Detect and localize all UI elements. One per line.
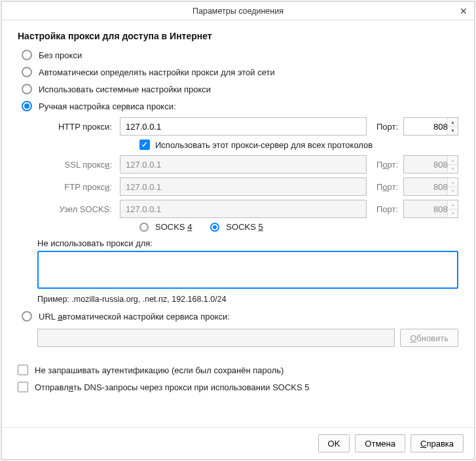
- http-label: HTTP прокси:: [37, 122, 115, 132]
- spin-up-icon: ▲: [448, 156, 458, 165]
- ftp-port-label: Порт:: [372, 182, 398, 192]
- section-heading: Настройка прокси для доступа в Интернет: [18, 31, 458, 41]
- spin-down-icon: ▼: [448, 187, 458, 196]
- no-auth-label: Не запрашивать аутентификацию (если был …: [35, 365, 284, 375]
- radio-icon: [22, 67, 32, 77]
- manual-proxy-grid: HTTP прокси: Порт: ▲ ▼ Использовать этот…: [37, 117, 458, 232]
- socks4-label: SOCKS 4: [155, 222, 192, 232]
- spin-up-icon: ▲: [448, 178, 458, 187]
- titlebar: Параметры соединения ✕: [2, 2, 474, 20]
- spin-down-icon: ▼: [448, 210, 458, 218]
- radio-auto-detect[interactable]: Автоматически определять настройки прокс…: [18, 64, 458, 81]
- ssl-proxy-row: SSL прокси: Порт: ▲ ▼: [37, 155, 458, 174]
- use-for-all-checkbox[interactable]: [139, 139, 150, 150]
- socks-port-label: Порт:: [372, 204, 398, 214]
- radio-socks4[interactable]: [139, 223, 149, 232]
- no-proxy-for-label: Не использовать прокси для:: [37, 238, 458, 248]
- port-spinner[interactable]: ▲ ▼: [447, 118, 458, 135]
- ssl-label: SSL прокси:: [37, 160, 115, 170]
- no-auth-prompt-row[interactable]: Не запрашивать аутентификацию (если был …: [18, 361, 458, 378]
- dns-socks5-label: Отправлять DNS-запросы через прокси при …: [35, 382, 309, 392]
- port-spinner: ▲ ▼: [447, 178, 458, 195]
- spin-up-icon: ▲: [448, 200, 458, 210]
- dialog-content: Настройка прокси для доступа в Интернет …: [2, 20, 474, 427]
- radio-socks5[interactable]: [210, 223, 219, 232]
- port-spinner: ▲ ▼: [447, 200, 458, 217]
- http-host-input[interactable]: [120, 117, 367, 136]
- use-for-all-label: Использовать этот прокси-сервер для всех…: [155, 140, 373, 150]
- use-for-all-row[interactable]: Использовать этот прокси-сервер для всех…: [139, 139, 458, 150]
- radio-no-proxy[interactable]: Без прокси: [18, 46, 458, 64]
- spin-down-icon: ▼: [448, 165, 458, 174]
- radio-icon: [22, 50, 32, 60]
- dns-socks5-checkbox[interactable]: [18, 382, 28, 392]
- ftp-label: FTP прокси:: [37, 182, 115, 192]
- spin-down-icon[interactable]: ▼: [448, 127, 458, 136]
- socks5-label: SOCKS 5: [226, 222, 263, 232]
- socks-label: Узел SOCKS:: [37, 204, 115, 214]
- port-spinner: ▲ ▼: [447, 156, 458, 173]
- http-port-label: Порт:: [372, 122, 398, 132]
- cancel-button[interactable]: Отмена: [355, 434, 405, 452]
- socks-host-input: [120, 200, 367, 218]
- dns-over-socks5-row[interactable]: Отправлять DNS-запросы через прокси при …: [18, 378, 458, 396]
- dialog-title: Параметры соединения: [192, 7, 284, 16]
- radio-system-proxy[interactable]: Использовать системные настройки прокси: [18, 81, 458, 98]
- auto-config-url-input: [37, 329, 395, 347]
- radio-label: Ручная настройка сервиса прокси:: [39, 101, 176, 111]
- ok-button[interactable]: OK: [318, 434, 350, 452]
- http-proxy-row: HTTP прокси: Порт: ▲ ▼: [37, 117, 458, 136]
- connection-settings-dialog: Параметры соединения ✕ Настройка прокси …: [1, 1, 475, 460]
- no-proxy-example: Пример: .mozilla-russia.org, .net.nz, 19…: [37, 295, 458, 304]
- ssl-port-label: Порт:: [372, 160, 398, 170]
- radio-icon: [22, 101, 32, 111]
- radio-icon: [22, 84, 32, 94]
- ftp-proxy-row: FTP прокси: Порт: ▲ ▼: [37, 177, 458, 196]
- auto-url-row: Обновить: [37, 329, 458, 347]
- ftp-host-input: [120, 177, 367, 196]
- help-button[interactable]: Справка: [411, 434, 464, 452]
- socks-version-row: SOCKS 4 SOCKS 5: [139, 222, 458, 232]
- dialog-footer: OK Отмена Справка: [2, 427, 474, 459]
- close-icon[interactable]: ✕: [457, 5, 470, 18]
- socks-proxy-row: Узел SOCKS: Порт: ▲ ▼: [37, 200, 458, 218]
- radio-auto-url[interactable]: URL автоматической настройки сервиса про…: [18, 308, 458, 325]
- radio-label: Автоматически определять настройки прокс…: [39, 67, 275, 77]
- radio-label: URL автоматической настройки сервиса про…: [39, 312, 230, 322]
- refresh-button: Обновить: [400, 329, 458, 347]
- no-proxy-textarea[interactable]: [37, 251, 458, 289]
- radio-manual-proxy[interactable]: Ручная настройка сервиса прокси:: [18, 98, 458, 115]
- spin-up-icon[interactable]: ▲: [448, 118, 458, 127]
- radio-label: Без прокси: [39, 50, 82, 60]
- radio-label: Использовать системные настройки прокси: [39, 84, 211, 94]
- radio-icon: [22, 311, 32, 322]
- bottom-checkboxes: Не запрашивать аутентификацию (если был …: [18, 361, 458, 396]
- ssl-host-input: [120, 155, 367, 174]
- no-auth-checkbox[interactable]: [18, 365, 28, 375]
